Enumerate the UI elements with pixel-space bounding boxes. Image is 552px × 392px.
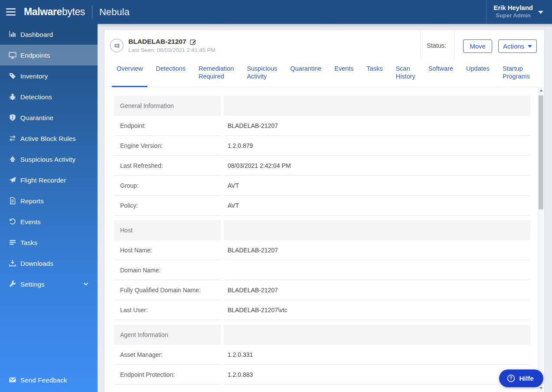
- user-role: Super Admin: [493, 12, 533, 19]
- question-icon: ?: [507, 374, 515, 382]
- user-divider: [486, 0, 487, 24]
- endpoint-name: BLADELAB-21207: [128, 38, 186, 46]
- table-row: Endpoint Protection:1.2.0.883: [114, 365, 530, 385]
- sidebar-item-downloads[interactable]: Downloads: [0, 253, 98, 274]
- sidebar-item-dashboard[interactable]: Dashboard: [0, 24, 98, 45]
- svg-text:?: ?: [510, 376, 513, 381]
- sidebar-item-inventory[interactable]: Inventory: [0, 65, 98, 86]
- sidebar-item-endpoints[interactable]: Endpoints: [0, 45, 98, 65]
- details-scroll-area: General InformationEndpoint:BLADELAB-212…: [105, 87, 544, 392]
- tab-remediation-required[interactable]: RemediationRequired: [199, 61, 234, 87]
- sidebar-item-label: Inventory: [20, 72, 48, 80]
- brand-light: bytes: [62, 6, 85, 17]
- row-label: Fully Qualified Domain Name:: [114, 280, 221, 300]
- header-divider: [454, 31, 454, 60]
- tab-suspicious-activity[interactable]: SuspiciousActivity: [247, 61, 277, 87]
- table-row: Endpoint Protection Protection: [114, 385, 530, 392]
- row-label: Endpoint:: [114, 116, 221, 136]
- row-label: Last Refreshed:: [114, 156, 221, 176]
- shield-icon: [9, 114, 16, 121]
- table-row: Last User:BLADELAB-21207\vtc: [114, 300, 530, 320]
- topbar: Malwarebytes Nebula Erik Heyland Super A…: [0, 0, 552, 24]
- sidebar-item-settings[interactable]: Settings: [0, 274, 98, 294]
- row-label: Last User:: [114, 300, 221, 320]
- row-value: BLADELAB-21207: [224, 240, 530, 260]
- row-value: AVT: [224, 196, 530, 216]
- sidebar-item-events[interactable]: Events: [0, 211, 98, 232]
- sidebar-item-label: Suspicious Activity: [20, 156, 75, 163]
- table-row: Engine Version:1.2.0.879: [114, 136, 530, 156]
- table-row: Endpoint:BLADELAB-21207: [114, 116, 530, 136]
- sidebar-item-suspicious-activity[interactable]: Suspicious Activity: [0, 149, 98, 170]
- sidebar-item-send-feedback[interactable]: Send Feedback: [0, 369, 98, 390]
- brand-divider: [92, 5, 92, 19]
- tab-label-line: Detections: [156, 65, 186, 72]
- sidebar-item-flight-recorder[interactable]: Flight Recorder: [0, 170, 98, 190]
- tab-scan-history[interactable]: ScanHistory: [396, 61, 415, 87]
- sidebar-item-label: Events: [20, 218, 41, 225]
- row-value: 1.2.0.331: [224, 345, 530, 365]
- actions-button[interactable]: Actions: [498, 39, 537, 53]
- sidebar-item-active-block-rules[interactable]: Active Block Rules: [0, 128, 98, 149]
- scroll-down-icon[interactable]: [539, 387, 543, 389]
- product-name: Nebula: [99, 7, 130, 18]
- scrollbar-thumb[interactable]: [539, 95, 543, 209]
- tab-events[interactable]: Events: [334, 61, 353, 87]
- tab-software[interactable]: Software: [428, 61, 453, 87]
- tab-detections[interactable]: Detections: [156, 61, 186, 87]
- burglar-icon: [9, 155, 16, 163]
- section-title: Host: [114, 220, 221, 240]
- tab-startup-programs[interactable]: StartupPrograms: [503, 61, 530, 87]
- vertical-scrollbar[interactable]: [538, 87, 543, 392]
- menu-icon[interactable]: [6, 7, 16, 17]
- row-label: Endpoint Protection:: [114, 365, 221, 385]
- table-row: Last Refreshed:08/03/2021 2:42:04 PM: [114, 156, 530, 176]
- table-row: Fully Qualified Domain Name:BLADELAB-212…: [114, 280, 530, 300]
- tab-label-line: Updates: [466, 65, 490, 72]
- malwarebytes-logo: Malwarebytes: [24, 6, 85, 18]
- row-label: Domain Name:: [114, 260, 221, 280]
- details-section-general-information: General InformationEndpoint:BLADELAB-212…: [114, 96, 530, 216]
- tag-icon: [9, 72, 16, 80]
- sidebar-item-label: Reports: [20, 197, 44, 205]
- row-label: Endpoint Protection Protection: [114, 385, 221, 392]
- sidebar-item-reports[interactable]: Reports: [0, 190, 98, 211]
- task-list-icon: [9, 238, 16, 246]
- sidebar-item-quarantine[interactable]: Quarantine: [0, 107, 98, 128]
- row-label: Engine Version:: [114, 136, 221, 156]
- sidebar-item-tasks[interactable]: Tasks: [0, 232, 98, 253]
- sidebar-item-label: Settings: [20, 281, 45, 288]
- endpoint-title-block: BLADELAB-21207 Last Seen: 08/03/2021 2:4…: [128, 38, 216, 53]
- section-header-row: General Information: [114, 96, 530, 116]
- user-caret-down-icon[interactable]: [538, 11, 543, 14]
- row-value: BLADELAB-21207: [224, 116, 530, 136]
- move-button[interactable]: Move: [463, 39, 492, 53]
- help-button[interactable]: ? Hilfe: [499, 369, 543, 387]
- section-header-row: Agent Information: [114, 325, 530, 345]
- last-seen-text: Last Seen: 08/03/2021 2:41:45 PM: [128, 47, 216, 53]
- scroll-up-icon[interactable]: [539, 89, 543, 91]
- edit-icon[interactable]: [190, 39, 196, 45]
- header-divider: [420, 31, 421, 60]
- row-value: 08/03/2021 2:42:04 PM: [224, 156, 530, 176]
- tab-quarantine[interactable]: Quarantine: [291, 61, 322, 87]
- main-content: BLADELAB-21207 Last Seen: 08/03/2021 2:4…: [98, 24, 552, 392]
- table-row: Asset Manager:1.2.0.331: [114, 345, 530, 365]
- details-section-agent-information: Agent InformationAsset Manager:1.2.0.331…: [114, 325, 530, 392]
- section-title: Agent Information: [114, 325, 221, 345]
- tab-label-line: Startup: [503, 65, 530, 72]
- wrench-icon: [9, 280, 16, 288]
- tab-bar: OverviewDetectionsRemediationRequiredSus…: [105, 61, 544, 87]
- chevron-down-icon: [83, 281, 89, 287]
- sidebar-item-detections[interactable]: Detections: [0, 86, 98, 107]
- sidebar-item-label: Dashboard: [20, 31, 53, 38]
- tab-updates[interactable]: Updates: [466, 61, 490, 87]
- windows-os-icon: [110, 39, 124, 52]
- tab-overview[interactable]: Overview: [117, 61, 143, 87]
- tab-label-line: Suspicious: [247, 65, 277, 72]
- tab-label-line: History: [396, 72, 415, 80]
- tab-tasks[interactable]: Tasks: [367, 61, 383, 87]
- section-header-spacer: [224, 325, 530, 345]
- row-value: 1.2.0.879: [224, 136, 530, 156]
- user-menu[interactable]: Erik Heyland Super Admin: [493, 3, 533, 19]
